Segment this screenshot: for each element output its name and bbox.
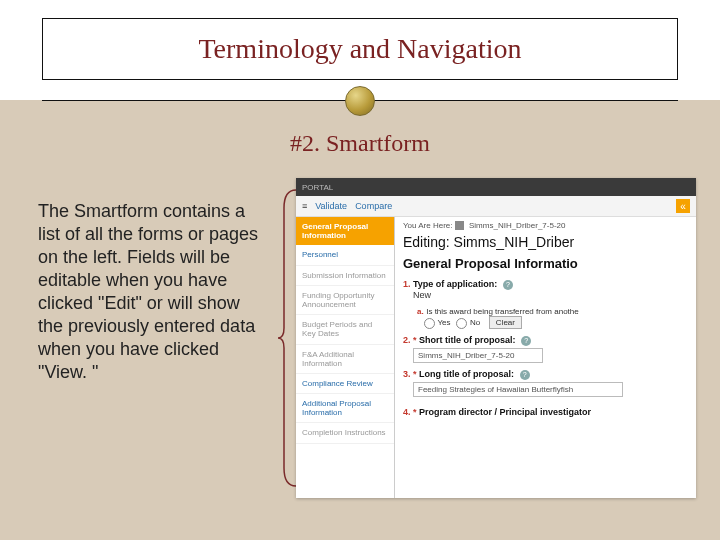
nav-item[interactable]: Budget Periods and Key Dates	[296, 315, 394, 344]
body-text: The Smartform contains a list of all the…	[38, 200, 268, 384]
compare-link[interactable]: Compare	[355, 201, 392, 211]
field-label: Type of application:	[413, 279, 497, 289]
nav-item[interactable]: F&A Additional Information	[296, 345, 394, 374]
portal-topbar: PORTAL	[296, 178, 696, 196]
you-are-here-label: You Are Here:	[403, 221, 453, 230]
editing-prefix: Editing:	[403, 234, 450, 250]
main-panel: You Are Here: Simms_NIH_Driber_7-5-20 Ed…	[395, 217, 696, 498]
editing-heading: Editing: Simms_NIH_Driber	[403, 234, 688, 250]
nav-item[interactable]: Completion Instructions	[296, 423, 394, 443]
field-number: 3.	[403, 369, 411, 379]
field-short-title: 2. * Short title of proposal: ? Simms_NI…	[403, 335, 688, 363]
required-star: *	[413, 407, 417, 417]
validate-link[interactable]: Validate	[315, 201, 347, 211]
subfield-number: a.	[417, 307, 424, 316]
portal-label: PORTAL	[302, 183, 333, 192]
toolbar: ≡ Validate Compare «	[296, 196, 696, 217]
editing-value: Simms_NIH_Driber	[454, 234, 575, 250]
field-number: 2.	[403, 335, 411, 345]
short-title-input[interactable]: Simms_NIH_Driber_7-5-20	[413, 348, 543, 363]
nav-item[interactable]: Personnel	[296, 245, 394, 265]
help-icon[interactable]: ?	[520, 370, 530, 380]
section-title: General Proposal Informatio	[403, 256, 688, 271]
help-icon[interactable]: ?	[521, 336, 531, 346]
long-title-input[interactable]: Feeding Strategies of Hawaiian Butterfly…	[413, 382, 623, 397]
seal-icon	[345, 86, 375, 116]
nav-item[interactable]: Funding Opportunity Announcement	[296, 286, 394, 315]
field-long-title: 3. * Long title of proposal: ? Feeding S…	[403, 369, 688, 397]
help-icon[interactable]: ?	[503, 280, 513, 290]
field-label: Short title of proposal:	[419, 335, 516, 345]
breadcrumb: You Are Here: Simms_NIH_Driber_7-5-20	[403, 221, 688, 230]
menu-icon[interactable]: ≡	[302, 201, 307, 211]
breadcrumb-value[interactable]: Simms_NIH_Driber_7-5-20	[469, 221, 565, 230]
nav-item[interactable]: Compliance Review	[296, 374, 394, 394]
subfield-label: Is this award being transferred from ano…	[426, 307, 579, 316]
slide-subtitle: #2. Smartform	[0, 130, 720, 157]
nav-item[interactable]: Submission Information	[296, 266, 394, 286]
field-number: 4.	[403, 407, 411, 417]
nav-item[interactable]: Additional Proposal Information	[296, 394, 394, 423]
yes-label: Yes	[438, 318, 451, 327]
field-value: New	[413, 290, 431, 300]
field-transferred: a. Is this award being transferred from …	[403, 306, 688, 329]
field-program-director: 4. * Program director / Principal invest…	[403, 407, 688, 417]
smartform-screenshot: PORTAL ≡ Validate Compare « General Prop…	[296, 178, 696, 498]
left-nav: General Proposal Information Personnel S…	[296, 217, 395, 498]
clear-button[interactable]: Clear	[489, 316, 522, 329]
smartform-body: General Proposal Information Personnel S…	[296, 217, 696, 498]
radio-no[interactable]	[456, 318, 467, 329]
required-star: *	[413, 369, 417, 379]
folder-icon	[455, 221, 464, 230]
radio-yes[interactable]	[424, 318, 435, 329]
title-box: Terminology and Navigation	[42, 18, 678, 80]
collapse-nav-button[interactable]: «	[676, 199, 690, 213]
field-label: Program director / Principal investigato…	[419, 407, 591, 417]
nav-header[interactable]: General Proposal Information	[296, 217, 394, 245]
field-type-of-application: 1. Type of application: ? New	[403, 279, 688, 300]
required-star: *	[413, 335, 417, 345]
field-number: 1.	[403, 279, 411, 289]
slide-title: Terminology and Navigation	[198, 33, 521, 65]
slide: Terminology and Navigation #2. Smartform…	[0, 0, 720, 540]
field-label: Long title of proposal:	[419, 369, 514, 379]
no-label: No	[470, 318, 480, 327]
